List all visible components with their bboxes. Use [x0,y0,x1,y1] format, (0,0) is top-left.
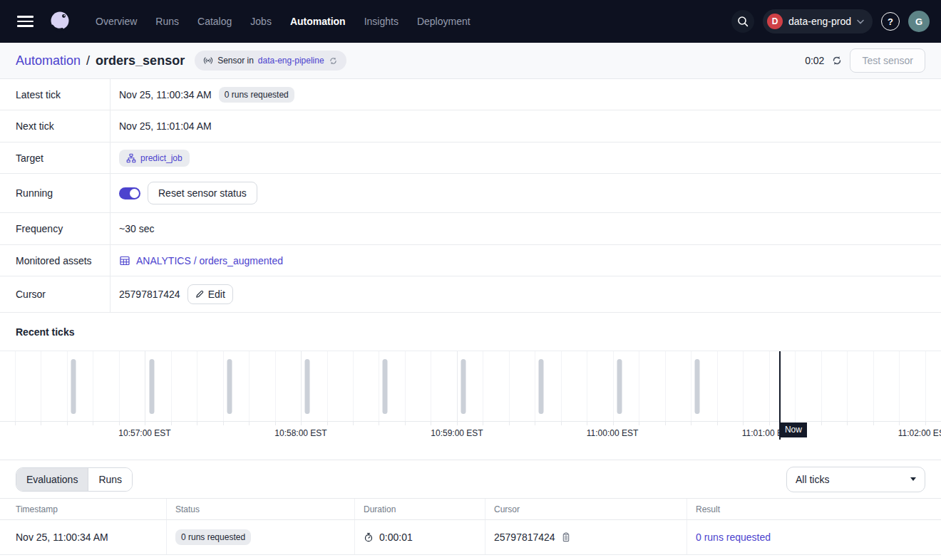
tick-timeline[interactable]: 10:57:00 EST10:58:00 EST10:59:00 EST11:0… [0,351,941,447]
axis-tick-stub [249,422,250,425]
axis-tick-stub [67,422,68,425]
chevron-down-icon [857,19,864,24]
tick-bar[interactable] [71,359,76,414]
sensor-type-badge: Sensor in data-eng-pipeline [195,51,346,71]
tick-bar[interactable] [539,359,544,414]
monitored-assets-row: Monitored assets ANALYTICS / orders_augm… [0,245,941,276]
evaluations-toolbar: EvaluationsRuns All ticks [0,460,941,498]
axis-tick-stub [743,422,744,425]
edit-cursor-button[interactable]: Edit [187,284,233,304]
axis-tick-stub [509,422,510,425]
pencil-icon [195,290,204,299]
axis-tick-stub [613,422,614,425]
axis-tick-stub [223,422,224,425]
nav-item-deployment[interactable]: Deployment [414,11,473,31]
deployment-switcher[interactable]: D data-eng-prod [763,9,873,33]
timeline-gridline [15,351,16,421]
copy-cursor-button[interactable] [561,532,571,542]
nav-item-catalog[interactable]: Catalog [195,11,235,31]
sensor-badge-prefix: Sensor in [217,56,254,66]
nav-item-insights[interactable]: Insights [361,11,401,31]
timeline-gridline [405,351,406,421]
timeline-gridline [431,351,431,421]
cursor-value: 25797817424 [119,289,180,300]
timeline-gridline [171,351,172,421]
axis-tick-stub [327,422,328,425]
tick-timeline-lane [0,351,941,421]
eval-result-cell: 0 runs requested [687,520,941,554]
tab-evaluations[interactable]: Evaluations [16,468,88,491]
page-title: orders_sensor [96,53,185,68]
axis-tick-stub [925,422,926,425]
latest-tick-value: Nov 25, 11:00:34 AM [119,89,212,100]
axis-tick-stub [483,422,483,425]
timeline-gridline [665,351,666,421]
target-job-name: predict_job [140,153,182,163]
tick-bar[interactable] [617,359,622,414]
target-job-link[interactable]: predict_job [119,150,190,167]
sensor-broadcast-icon [203,56,213,66]
tick-bar[interactable] [304,359,309,414]
axis-tick-stub [847,422,848,425]
timeline-gridline [353,351,354,421]
tick-bar[interactable] [150,359,155,414]
col-header-status: Status [166,499,354,519]
tick-bar[interactable] [227,359,232,414]
cursor-row: Cursor 25797817424 Edit [0,276,941,313]
table-body: Nov 25, 11:00:34 AM0 runs requested0:00:… [0,520,941,555]
test-sensor-button[interactable]: Test sensor [850,48,925,73]
next-tick-label: Next tick [0,110,110,142]
axis-tick-stub [353,422,354,425]
tick-bar[interactable] [383,359,388,414]
tick-bar[interactable] [694,359,699,414]
next-tick-row: Next tick Nov 25, 11:01:04 AM [0,110,941,142]
eval-result-link[interactable]: 0 runs requested [696,532,771,543]
code-location-link[interactable]: data-eng-pipeline [258,56,324,66]
menu-icon[interactable] [11,7,40,36]
axis-time-label: 11:00:00 EST [587,428,639,438]
reload-location-icon[interactable] [329,56,338,66]
nav-item-runs[interactable]: Runs [153,11,182,31]
automation-sensor-page: OverviewRunsCatalogJobsAutomationInsight… [0,0,941,560]
tick-bar[interactable] [461,359,466,414]
axis-tick-stub [535,422,535,425]
monitored-asset-link[interactable]: ANALYTICS / orders_augmented [119,255,283,266]
copy-clipboard-icon [561,532,571,542]
col-header-duration: Duration [354,499,485,519]
latest-tick-status-badge: 0 runs requested [219,87,294,103]
monitored-assets-label: Monitored assets [0,245,110,276]
axis-tick-stub [171,422,172,425]
timeline-gridline [873,351,874,421]
timeline-gridline [639,351,639,421]
evaluations-table: TimestampStatusDurationCursorResult Nov … [0,498,941,555]
refresh-icon[interactable] [831,55,843,66]
help-icon[interactable]: ? [881,12,900,31]
user-avatar[interactable]: G [908,11,930,32]
timeline-gridline [743,351,744,421]
next-tick-value: Nov 25, 11:01:04 AM [119,120,212,132]
nav-right: D data-eng-prod ? G [731,9,930,33]
nav-item-automation[interactable]: Automation [287,11,349,31]
header-actions: 0:02 Test sensor [805,48,925,73]
timeline-gridline [587,351,587,421]
dagster-logo-icon[interactable] [46,7,74,36]
search-icon[interactable] [731,10,754,33]
tick-filter-select[interactable]: All ticks [786,467,925,492]
monitored-asset-name: ANALYTICS / orders_augmented [136,255,283,266]
nav-item-overview[interactable]: Overview [93,11,140,31]
nav-item-jobs[interactable]: Jobs [247,11,274,31]
axis-tick-stub [873,422,874,425]
deployment-initial-badge: D [767,14,783,29]
timeline-gridline [41,351,41,421]
reset-sensor-status-button[interactable]: Reset sensor status [148,182,257,204]
job-icon [126,153,136,163]
axis-tick-stub [93,422,93,425]
col-header-timestamp: Timestamp [0,499,166,519]
frequency-value: ~30 sec [119,223,154,234]
axis-tick-stub [145,422,145,425]
top-nav: OverviewRunsCatalogJobsAutomationInsight… [0,0,941,43]
running-toggle[interactable] [119,187,140,199]
asset-table-icon [119,255,130,266]
breadcrumb-automation-link[interactable]: Automation [16,53,81,68]
tab-runs[interactable]: Runs [88,468,132,491]
